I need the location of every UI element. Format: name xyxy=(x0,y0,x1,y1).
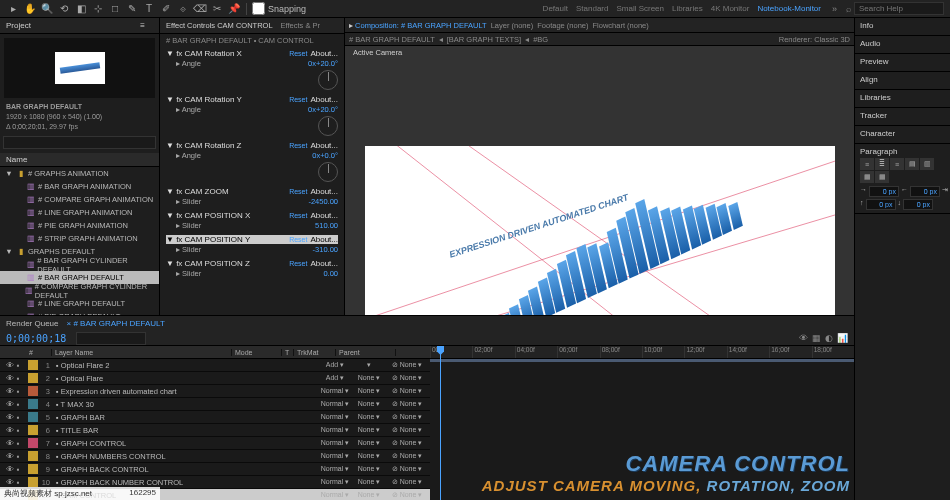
project-item[interactable]: ▥# PIE GRAPH ANIMATION xyxy=(0,219,159,232)
fx-property[interactable]: ▸ Angle0x+0.0° xyxy=(166,150,338,161)
hand-tool[interactable]: ✋ xyxy=(23,2,37,16)
fx-property[interactable]: ▸ Slider0.00 xyxy=(166,268,338,279)
workspace-standard[interactable]: Standard xyxy=(576,4,608,13)
justify-center-icon[interactable]: ▥ xyxy=(920,158,934,170)
fx-header[interactable]: ▼ fx CAM Rotation YResetAbout... xyxy=(166,95,338,104)
fx-property[interactable]: ▸ Slider-2450.00 xyxy=(166,196,338,207)
camera-tool[interactable]: ◧ xyxy=(74,2,88,16)
bc-2[interactable]: #BG xyxy=(533,35,548,44)
shy-icon[interactable]: 👁 xyxy=(799,333,808,343)
panel-audio[interactable]: Audio xyxy=(860,39,945,48)
align-left-icon[interactable]: ≡ xyxy=(860,158,874,170)
workspace-notebook-monitor[interactable]: Notebook-Monitor xyxy=(757,4,821,13)
bc-1[interactable]: [BAR GRAPH TEXTS] xyxy=(447,35,521,44)
project-item[interactable]: ▥# BAR GRAPH ANIMATION xyxy=(0,180,159,193)
indent-left[interactable] xyxy=(869,186,899,197)
project-item[interactable]: ▼▮# GRAPHS ANIMATION xyxy=(0,167,159,180)
comp-tabs: ▸ Composition: # BAR GRAPH DEFAULT Layer… xyxy=(345,18,854,33)
justify-all-icon[interactable]: ▦ xyxy=(875,171,889,183)
graph-editor-icon[interactable]: 📊 xyxy=(837,333,848,343)
timeline-layer[interactable]: 👁 ▪2▪ Optical FlareAdd ▾None ▾⊘ None ▾ xyxy=(0,372,430,385)
fx-header[interactable]: ▼ fx CAM Rotation XResetAbout... xyxy=(166,49,338,58)
timeline-layer[interactable]: 👁 ▪8▪ GRAPH NUMBERS CONTROLNormal ▾None … xyxy=(0,450,430,463)
eraser-tool[interactable]: ⌫ xyxy=(193,2,207,16)
timeline-layer[interactable]: 👁 ▪5▪ GRAPH BARNormal ▾None ▾⊘ None ▾ xyxy=(0,411,430,424)
bc-0[interactable]: # BAR GRAPH DEFAULT xyxy=(349,35,435,44)
panel-preview[interactable]: Preview xyxy=(860,57,945,66)
project-item[interactable]: ▥# COMPARE GRAPH ANIMATION xyxy=(0,193,159,206)
panel-tracker[interactable]: Tracker xyxy=(860,111,945,120)
ec-tab[interactable]: Effect Controls CAM CONTROL xyxy=(166,21,273,30)
pen-tool[interactable]: ✎ xyxy=(125,2,139,16)
motion-blur-icon[interactable]: ◐ xyxy=(825,333,833,343)
fx-header[interactable]: ▼ fx CAM Rotation ZResetAbout... xyxy=(166,141,338,150)
space-before[interactable] xyxy=(866,199,896,210)
timeline-comp-tab[interactable]: × # BAR GRAPH DEFAULT xyxy=(66,319,164,328)
panel-libraries[interactable]: Libraries xyxy=(860,93,945,102)
panel-align[interactable]: Align xyxy=(860,75,945,84)
pan-behind-tool[interactable]: ⊹ xyxy=(91,2,105,16)
search-input[interactable] xyxy=(854,2,944,15)
timeline-layer[interactable]: 👁 ▪4▪ T MAX 30Normal ▾None ▾⊘ None ▾ xyxy=(0,398,430,411)
comp-tab-active[interactable]: ▸ Composition: # BAR GRAPH DEFAULT xyxy=(349,21,487,30)
project-tab[interactable]: Project xyxy=(6,21,31,30)
justify-right-icon[interactable]: ▦ xyxy=(860,171,874,183)
snapping-checkbox[interactable] xyxy=(252,2,265,15)
selection-tool[interactable]: ▸ xyxy=(6,2,20,16)
angle-dial[interactable] xyxy=(318,116,338,136)
workspace-small-screen[interactable]: Small Screen xyxy=(616,4,664,13)
timeline-layer[interactable]: 👁 ▪3▪ Expression driven automated chartN… xyxy=(0,385,430,398)
workspace-4k-monitor[interactable]: 4K Monitor xyxy=(711,4,750,13)
brush-tool[interactable]: ✐ xyxy=(159,2,173,16)
footage-tab[interactable]: Footage (none) xyxy=(537,21,588,30)
fx-property[interactable]: ▸ Slider510.00 xyxy=(166,220,338,231)
layer-tab[interactable]: Layer (none) xyxy=(491,21,534,30)
name-column[interactable]: Name xyxy=(6,155,27,164)
angle-dial[interactable] xyxy=(318,70,338,90)
fx-header[interactable]: ▼ fx CAM ZOOMResetAbout... xyxy=(166,187,338,196)
search-icon: ⌕ xyxy=(846,4,851,14)
current-timecode[interactable]: 0;00;00;18 xyxy=(6,333,66,344)
panel-character[interactable]: Character xyxy=(860,129,945,138)
fx-header[interactable]: ▼ fx CAM POSITION XResetAbout... xyxy=(166,211,338,220)
type-tool[interactable]: T xyxy=(142,2,156,16)
timeline-track-area[interactable]: 0002;00f04;00f06;00f08;00f10;00f12;00f14… xyxy=(430,346,854,500)
shape-tool[interactable]: □ xyxy=(108,2,122,16)
timeline-layer[interactable]: 👁 ▪6▪ TITLE BARNormal ▾None ▾⊘ None ▾ xyxy=(0,424,430,437)
layer-list[interactable]: #Layer NameModeTTrkMatParent 👁 ▪1▪ Optic… xyxy=(0,346,430,500)
project-item[interactable]: ▥# LINE GRAPH ANIMATION xyxy=(0,206,159,219)
align-right-icon[interactable]: ≡ xyxy=(890,158,904,170)
fx-property[interactable]: ▸ Angle0x+20.0° xyxy=(166,58,338,69)
work-area[interactable] xyxy=(430,359,854,362)
indent-right[interactable] xyxy=(910,186,940,197)
justify-left-icon[interactable]: ▤ xyxy=(905,158,919,170)
space-after[interactable] xyxy=(903,199,933,210)
timeline-layer[interactable]: 👁 ▪9▪ GRAPH BACK CONTROLNormal ▾None ▾⊘ … xyxy=(0,463,430,476)
project-search[interactable] xyxy=(3,136,156,149)
project-item[interactable]: ▥# STRIP GRAPH ANIMATION xyxy=(0,232,159,245)
project-item[interactable]: ▥# COMPARE GRAPH CYLINDER DEFAULT xyxy=(0,284,159,297)
render-queue-tab[interactable]: Render Queue xyxy=(6,319,58,328)
zoom-tool[interactable]: 🔍 xyxy=(40,2,54,16)
renderer-label[interactable]: Renderer: Classic 3D xyxy=(779,35,850,44)
fx-header[interactable]: ▼ fx CAM POSITION ZResetAbout... xyxy=(166,259,338,268)
roto-tool[interactable]: ✂ xyxy=(210,2,224,16)
playhead[interactable] xyxy=(440,346,441,500)
flowchart-tab[interactable]: Flowchart (none) xyxy=(593,21,649,30)
rotate-tool[interactable]: ⟲ xyxy=(57,2,71,16)
angle-dial[interactable] xyxy=(318,162,338,182)
puppet-tool[interactable]: 📌 xyxy=(227,2,241,16)
fx-property[interactable]: ▸ Slider-310.00 xyxy=(166,244,338,255)
frame-blend-icon[interactable]: ▦ xyxy=(812,333,821,343)
layer-search[interactable] xyxy=(76,332,146,345)
align-center-icon[interactable]: ≣ xyxy=(875,158,889,170)
timeline-layer[interactable]: 👁 ▪7▪ GRAPH CONTROLNormal ▾None ▾⊘ None … xyxy=(0,437,430,450)
clone-tool[interactable]: ⟐ xyxy=(176,2,190,16)
timeline-layer[interactable]: 👁 ▪1▪ Optical Flare 2Add ▾ ▾⊘ None ▾ xyxy=(0,359,430,372)
fx-property[interactable]: ▸ Angle0x+20.0° xyxy=(166,104,338,115)
workspace-libraries[interactable]: Libraries xyxy=(672,4,703,13)
project-item[interactable]: ▥# BAR GRAPH CYLINDER DEFAULT xyxy=(0,258,159,271)
workspace-default[interactable]: Default xyxy=(543,4,568,13)
panel-info[interactable]: Info xyxy=(860,21,945,30)
fx-header[interactable]: ▼ fx CAM POSITION YResetAbout... xyxy=(166,235,338,244)
